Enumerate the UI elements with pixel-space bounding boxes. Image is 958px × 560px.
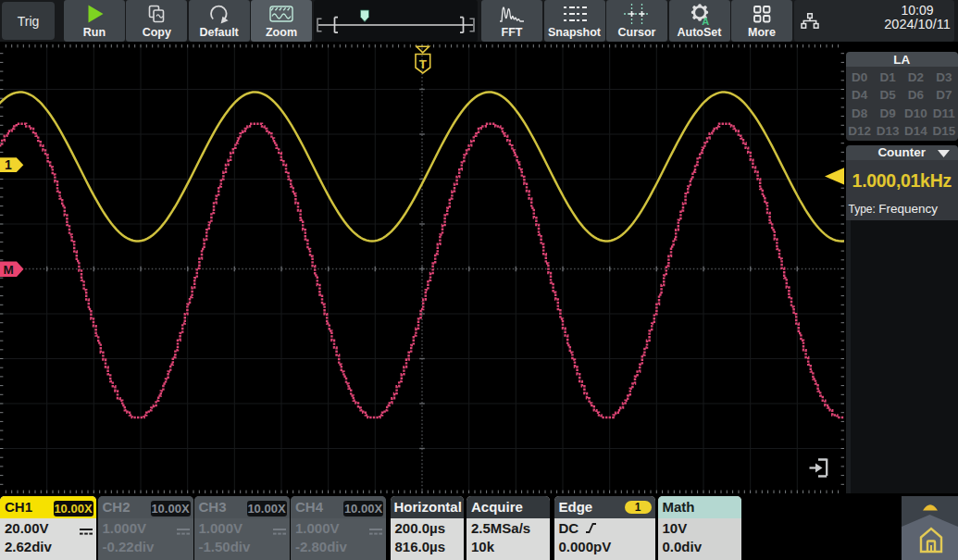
svg-text:T: T bbox=[419, 57, 428, 71]
svg-text:1: 1 bbox=[5, 157, 12, 172]
svg-text:M: M bbox=[3, 263, 13, 277]
svg-text:A: A bbox=[702, 15, 709, 26]
